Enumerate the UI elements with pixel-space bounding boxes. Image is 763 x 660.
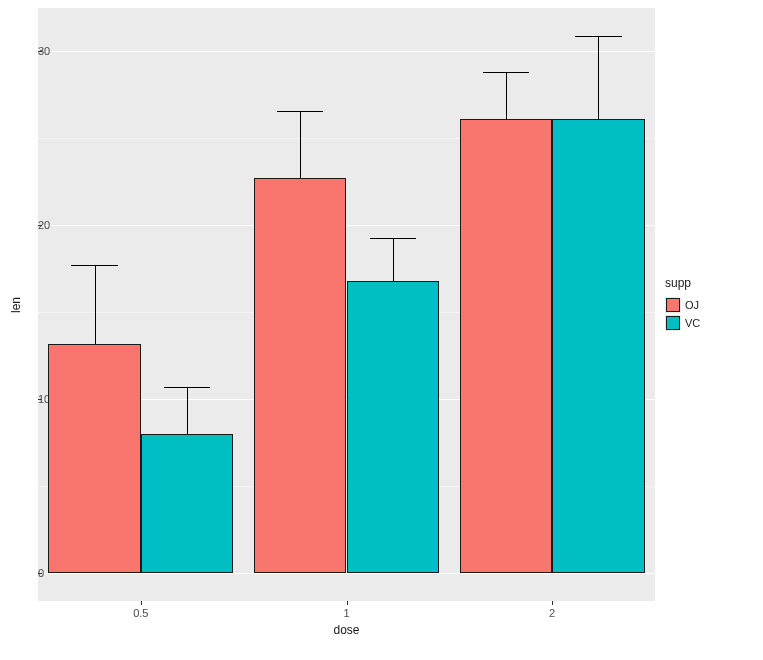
x-tick-mark	[347, 601, 348, 605]
grid-line-y	[38, 51, 655, 52]
errorbar	[506, 72, 507, 119]
errorbar	[393, 238, 394, 281]
bar-VC-2	[552, 119, 645, 573]
bar-OJ-1	[254, 178, 347, 573]
legend: supp OJVC	[665, 276, 700, 332]
y-tick-mark	[38, 399, 42, 400]
y-tick-mark	[38, 51, 42, 52]
axis-label-x: dose	[333, 623, 359, 637]
legend-title: supp	[665, 276, 700, 290]
x-tick-label: 1	[343, 607, 349, 619]
errorbar-cap	[164, 387, 210, 388]
legend-label: VC	[685, 317, 700, 329]
chart-root: len dose supp OJVC 01020300.512	[0, 0, 763, 660]
legend-item-OJ: OJ	[665, 296, 700, 314]
legend-label: OJ	[685, 299, 699, 311]
errorbar	[300, 111, 301, 179]
y-tick-mark	[38, 225, 42, 226]
errorbar	[187, 387, 188, 434]
axis-label-y: len	[9, 296, 23, 312]
bar-OJ-0.5	[48, 344, 141, 574]
x-tick-mark	[141, 601, 142, 605]
bar-VC-0.5	[141, 434, 234, 573]
legend-swatch	[666, 298, 680, 312]
errorbar-cap	[483, 72, 529, 73]
errorbar-cap	[71, 265, 117, 266]
legend-key	[665, 297, 681, 313]
y-tick-mark	[38, 573, 42, 574]
errorbar-cap	[370, 238, 416, 239]
x-tick-label: 0.5	[133, 607, 148, 619]
legend-swatch	[666, 316, 680, 330]
errorbar	[95, 265, 96, 343]
legend-item-VC: VC	[665, 314, 700, 332]
x-tick-label: 2	[549, 607, 555, 619]
errorbar-cap	[575, 36, 621, 37]
grid-line-y	[38, 573, 655, 574]
bar-VC-1	[347, 281, 440, 573]
errorbar-cap	[277, 111, 323, 112]
bar-OJ-2	[460, 119, 553, 573]
errorbar	[598, 36, 599, 119]
x-tick-mark	[552, 601, 553, 605]
legend-key	[665, 315, 681, 331]
